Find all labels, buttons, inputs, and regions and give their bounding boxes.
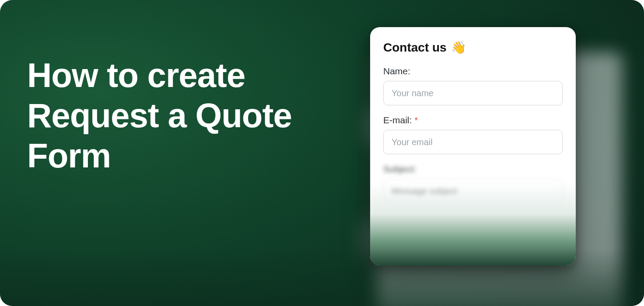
contact-form-card: Contact us 👋 Name: E-mail: * Subject: <box>370 27 576 265</box>
subject-label: Subject: <box>383 164 563 174</box>
email-field: E-mail: * <box>383 115 563 154</box>
form-title: Contact us 👋 <box>383 40 563 55</box>
form-title-text: Contact us <box>383 41 447 55</box>
subject-field: Subject: <box>383 164 563 203</box>
email-input[interactable] <box>383 130 563 154</box>
name-label: Name: <box>383 66 563 76</box>
subject-input[interactable] <box>383 179 563 203</box>
page-title: How to create Request a Quote Form <box>27 55 342 176</box>
required-mark: * <box>414 115 418 125</box>
email-label: E-mail: * <box>383 115 563 125</box>
name-input[interactable] <box>383 81 563 105</box>
email-label-text: E-mail: <box>383 115 412 125</box>
hero-banner: How to create Request a Quote Form Conta… <box>0 0 644 306</box>
wave-icon: 👋 <box>451 40 466 55</box>
name-field: Name: <box>383 66 563 105</box>
